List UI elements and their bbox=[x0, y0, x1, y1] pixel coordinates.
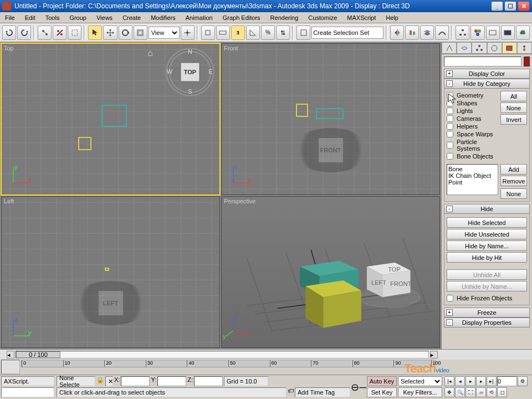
menu-group[interactable]: Group bbox=[64, 13, 91, 22]
select-object-button[interactable] bbox=[88, 25, 102, 40]
timeslider-prev[interactable]: ◂ bbox=[7, 351, 14, 359]
use-center-button[interactable] bbox=[181, 25, 195, 40]
viewport-front[interactable]: Front FRONT xz bbox=[221, 43, 440, 195]
object-name-input[interactable] bbox=[444, 57, 521, 66]
keyboard-shortcut-button[interactable] bbox=[216, 25, 230, 40]
menu-maxscript[interactable]: MAXScript bbox=[342, 13, 381, 22]
edit-named-sel-button[interactable] bbox=[296, 25, 310, 40]
play-button[interactable]: ▸ bbox=[466, 376, 475, 386]
none-button[interactable]: None bbox=[500, 103, 527, 113]
add-button[interactable]: Add bbox=[500, 164, 527, 175]
chk-lights[interactable] bbox=[447, 108, 453, 114]
select-rotate-button[interactable] bbox=[119, 25, 132, 40]
setkey-button[interactable]: Set Key bbox=[367, 387, 397, 397]
redo-button[interactable] bbox=[17, 25, 31, 40]
tab-modify[interactable] bbox=[457, 42, 472, 54]
y-input[interactable] bbox=[157, 376, 186, 386]
menu-file[interactable]: File bbox=[0, 13, 20, 22]
select-move-button[interactable] bbox=[103, 25, 117, 40]
z-input[interactable] bbox=[194, 376, 223, 386]
object-color-swatch[interactable] bbox=[524, 57, 530, 66]
rollout-display-props[interactable]: -Display Properties bbox=[444, 318, 530, 328]
home-icon[interactable]: ⌂ bbox=[147, 48, 153, 58]
autokey-button[interactable]: Auto Key bbox=[367, 376, 397, 386]
select-scale-button[interactable] bbox=[134, 25, 147, 40]
render-setup-button[interactable] bbox=[486, 25, 500, 40]
rollout-display-color[interactable]: +Display Color bbox=[444, 69, 530, 79]
tab-utilities[interactable] bbox=[517, 42, 532, 54]
unlink-button[interactable] bbox=[53, 25, 66, 40]
bind-spacewarp-button[interactable] bbox=[68, 25, 81, 40]
time-ruler[interactable]: 0 10 20 30 40 50 60 70 80 90 100 bbox=[21, 360, 436, 367]
schematic-view-button[interactable] bbox=[456, 25, 469, 40]
category-listbox[interactable]: Bone IK Chain Object Point bbox=[447, 164, 498, 195]
tag-icon[interactable]: 🏷 bbox=[288, 387, 294, 397]
menu-animation[interactable]: Animation bbox=[181, 13, 218, 22]
remove-button[interactable]: Remove bbox=[500, 176, 527, 186]
viewport-perspective[interactable]: Perspective bbox=[221, 196, 440, 348]
hide-by-name-button[interactable]: Hide by Name... bbox=[447, 241, 527, 251]
frame-input[interactable] bbox=[497, 376, 517, 386]
menu-views[interactable]: Views bbox=[91, 13, 117, 22]
hide-by-hit-button[interactable]: Hide by Hit bbox=[447, 252, 527, 263]
tab-hierarchy[interactable] bbox=[472, 42, 487, 54]
trackbar-toggle[interactable] bbox=[1, 360, 20, 374]
chk-cameras[interactable] bbox=[447, 115, 453, 122]
named-selset-input[interactable] bbox=[311, 27, 383, 39]
menu-help[interactable]: Help bbox=[381, 13, 403, 22]
maximize-button[interactable]: ☐ bbox=[504, 1, 516, 11]
keymode-select[interactable]: Selected bbox=[398, 376, 442, 386]
nav-max-button[interactable]: ◻ bbox=[497, 387, 507, 397]
nav-zoom-button[interactable]: 🔍 bbox=[455, 387, 465, 397]
key-lock-icon[interactable]: ⊖─ bbox=[351, 381, 366, 393]
hide-selected-button[interactable]: Hide Selected bbox=[447, 217, 527, 228]
quick-render-button[interactable] bbox=[516, 25, 530, 40]
minimize-button[interactable]: _ bbox=[491, 1, 503, 11]
menu-edit[interactable]: Edit bbox=[20, 13, 40, 22]
x-input[interactable] bbox=[121, 376, 150, 386]
undo-button[interactable] bbox=[2, 25, 16, 40]
spinner-snap-button[interactable]: ⇅ bbox=[276, 25, 290, 40]
unhide-all-button[interactable]: Unhide All bbox=[447, 269, 527, 280]
menu-tools[interactable]: Tools bbox=[40, 13, 65, 22]
manipulate-button[interactable] bbox=[201, 25, 215, 40]
material-editor-button[interactable] bbox=[470, 25, 484, 40]
goto-start-button[interactable]: |◂ bbox=[444, 376, 454, 386]
ref-coord-select[interactable]: View bbox=[149, 27, 180, 39]
rollout-hide-by-category[interactable]: -Hide by Category bbox=[444, 79, 530, 89]
invert-button[interactable]: Invert bbox=[500, 114, 527, 125]
percent-snap-button[interactable]: % bbox=[261, 25, 275, 40]
curve-editor-button[interactable] bbox=[435, 25, 449, 40]
keyfilters-button[interactable]: Key Filters... bbox=[398, 387, 442, 397]
tab-create[interactable] bbox=[442, 42, 457, 54]
angle-snap-button[interactable] bbox=[246, 25, 260, 40]
timeslider-track[interactable]: 0 / 100 bbox=[16, 351, 429, 359]
unhide-by-name-button[interactable]: Unhide by Name... bbox=[447, 281, 527, 291]
nav-pan-button[interactable]: ✥ bbox=[444, 387, 454, 397]
menu-customize[interactable]: Customize bbox=[303, 13, 342, 22]
add-time-tag[interactable]: Add Time Tag bbox=[295, 387, 350, 397]
chk-helpers[interactable] bbox=[447, 123, 453, 130]
tab-display[interactable] bbox=[502, 42, 517, 54]
chk-geometry[interactable] bbox=[447, 92, 453, 99]
align-button[interactable] bbox=[405, 25, 419, 40]
snap-3d-button[interactable]: 3 bbox=[231, 25, 245, 40]
chk-particle[interactable] bbox=[447, 142, 453, 149]
chk-hide-frozen[interactable] bbox=[447, 295, 453, 301]
none2-button[interactable]: None bbox=[500, 188, 527, 199]
viewport-left[interactable]: Left LEFT yz bbox=[1, 196, 220, 348]
chk-bone[interactable] bbox=[447, 153, 453, 160]
timeslider-handle[interactable]: 0 / 100 bbox=[16, 351, 60, 358]
chk-spacewarps[interactable] bbox=[447, 131, 453, 137]
render-frame-button[interactable] bbox=[501, 25, 515, 40]
nav-zoom-extents-button[interactable]: ⛶ bbox=[466, 387, 475, 397]
select-link-button[interactable] bbox=[38, 25, 52, 40]
close-button[interactable]: ✕ bbox=[518, 1, 530, 11]
lock-icon[interactable]: 🔒 bbox=[96, 376, 104, 386]
prev-frame-button[interactable]: ◂ bbox=[455, 376, 465, 386]
nav-fov-button[interactable]: ▱ bbox=[476, 387, 486, 397]
rollout-hide[interactable]: -Hide bbox=[444, 204, 530, 214]
menu-rendering[interactable]: Rendering bbox=[265, 13, 304, 22]
hide-unselected-button[interactable]: Hide Unselected bbox=[447, 229, 527, 239]
next-frame-button[interactable]: ▸ bbox=[476, 376, 486, 386]
